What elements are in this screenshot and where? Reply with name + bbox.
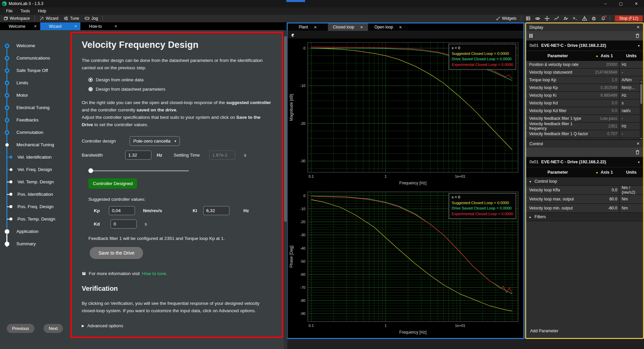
sidebar-step[interactable]: Electrical Tuning [0,101,69,114]
sidebar-step[interactable]: Vel. Temp. Design [0,176,69,188]
minimize-button[interactable]: – [598,0,613,7]
bandwidth-input[interactable] [125,151,151,160]
gear-icon[interactable]: ⚙ [590,15,598,22]
axis-dot-icon: ● [596,171,598,174]
eraser-icon[interactable] [290,33,295,37]
stop-button[interactable]: Stop (F12) [615,15,643,21]
tab-close-icon[interactable]: ✕ [314,25,316,29]
move-icon[interactable] [543,15,551,22]
group-control-loop[interactable]: ▾ Control loop [526,177,643,186]
table-row[interactable]: Velocity loop Kd filter 0.0 rad/s [526,107,643,115]
sidebar-step[interactable]: Application [0,225,69,238]
save-to-drive-button[interactable]: Save to the Drive [90,247,143,259]
wizard-button[interactable]: Wizard [38,15,60,21]
document-tab[interactable]: Wizard ✕ [40,22,80,30]
table-row[interactable]: Velocity feedback filter 1 frequency 235… [526,122,643,130]
scroll-down-icon[interactable]: ▼ [640,138,643,140]
sidebar-step[interactable]: Safe Torque Off [0,64,69,77]
wizard-scrollbar[interactable] [284,30,287,349]
scrollbar-thumb[interactable] [640,84,642,104]
svg-text:-90: -90 [300,312,305,316]
device-selector[interactable]: 0x01 EVE-NET-C - Drive (192.168.2.22) ▾ [526,157,643,167]
sidebar-step[interactable]: Summary [0,238,69,250]
previous-button[interactable]: Previous [7,324,34,333]
terminal-icon[interactable]: >_ [571,15,579,22]
radio-unselected-icon[interactable] [88,87,93,91]
table-scrollbar[interactable]: ▲ ▼ [640,80,643,140]
tab-close-icon[interactable]: ✕ [34,24,37,28]
close-icon[interactable]: ✕ [637,142,640,146]
menu-item[interactable]: Help [34,8,50,14]
warning-icon[interactable] [580,15,588,22]
table-row[interactable]: Velocity loop min. output -60.0 Nm [526,204,643,213]
kp-input[interactable] [109,206,135,215]
slider-thumb[interactable] [88,168,93,173]
jog-button[interactable]: Jog [82,15,100,21]
control-widget: Control ✕ 0x01 EVE-NET-C - Drive (192.16… [526,140,643,338]
sidebar-step[interactable]: Pos. Temp. Design [0,213,69,225]
window-title: MotionLab 3 - 1.5.3 [9,1,43,6]
tab-close-icon[interactable]: ✕ [115,24,117,28]
ki-input[interactable] [203,206,229,215]
table-row[interactable]: Velocity loop max. output 60.0 Nm [526,195,643,204]
pulse-icon[interactable] [562,15,570,22]
radio-design-datasheet[interactable]: Design from datasheet parameters [88,87,272,92]
sidebar-step[interactable]: Limits [0,77,69,89]
workspace-button[interactable]: Workspace [1,15,32,21]
sidebar-step[interactable]: Pos. Freq. Design [0,200,69,213]
group-filters[interactable]: ▸ Filters [526,213,643,221]
close-icon[interactable]: ✕ [637,25,640,29]
plot-tab[interactable]: Plant ✕ [288,23,328,31]
add-parameter-button[interactable]: Add Parameter [530,329,558,333]
bandwidth-slider[interactable] [88,168,189,173]
sidebar-step[interactable]: Communications [0,52,69,64]
table-row[interactable]: Velocity loop Ki 6.665499 Hz [526,92,643,99]
menu-item[interactable]: Tools [17,8,33,14]
sidebar-step[interactable]: Motor [0,89,69,101]
display-widget: Display ✕ 0x01 EVE-NET-C - Drive (192.16… [526,23,643,140]
maximize-button[interactable]: ▢ [613,0,629,7]
sidebar-step[interactable]: Commutation [0,126,69,139]
trash-icon[interactable] [635,33,640,38]
tune-button[interactable]: Tune [62,15,81,21]
kd-input[interactable] [111,220,137,229]
tab-close-icon[interactable]: ✕ [399,25,402,29]
plot-tab[interactable]: Open loop ✕ [368,23,408,31]
widgets-button[interactable]: Widgets [494,15,518,21]
sidebar-step[interactable]: Feedbacks [0,114,69,126]
close-button[interactable]: ✕ [629,0,644,7]
sidebar-step[interactable]: Welcome [0,39,69,52]
pause-icon[interactable] [529,34,532,38]
sidebar-step[interactable]: Vel. Freq. Design [0,163,69,176]
tab-close-icon[interactable]: ✕ [360,25,363,29]
radio-selected-icon[interactable] [88,78,93,82]
table-row[interactable]: Velocity loop Kd 0.0 s [526,99,643,107]
eye-icon[interactable] [533,15,542,22]
controller-design-select[interactable]: Pole-zero cancella ▾ [130,136,180,146]
tab-close-icon[interactable]: ✕ [74,24,77,28]
menu-item[interactable]: File [3,8,16,14]
sidebar-step[interactable]: Pos. Identification [0,188,69,200]
how-to-tune-link[interactable]: How to tune. [142,271,167,276]
chart-icon[interactable] [552,15,560,22]
table-row[interactable]: Velocity loop statusword 2147483648 - [526,69,643,76]
device-selector[interactable]: 0x01 EVE-NET-C - Drive (192.168.2.22) ▾ [526,40,643,51]
bell-icon[interactable] [599,15,607,22]
radio-design-online[interactable]: Design from online data [88,77,272,82]
next-button[interactable]: Next [44,324,63,333]
document-tab[interactable]: Welcome ✕ [0,22,40,30]
table-row[interactable]: Position & velocity loop rate 20000 Hz [526,61,643,69]
table-row[interactable]: Velocity loop Kp 0.302549 Nm/(r... [526,84,643,92]
scrollbar-thumb[interactable] [284,36,287,222]
table-row[interactable]: Velocity feedback filter 1 Q-factor 0.70… [526,130,643,138]
sidebar-step[interactable]: Vel. Identification [0,151,69,163]
scroll-up-icon[interactable]: ▲ [640,80,643,83]
trash-icon[interactable] [635,150,640,155]
sidebar-step[interactable]: Mechanical Tuning [0,139,69,151]
table-row[interactable]: Torque loop Kp 1.0 A/Nm [526,76,643,84]
document-tab[interactable]: How-to ✕ [80,22,121,30]
plot-tab[interactable]: Closed loop ✕ [328,23,368,31]
advanced-options-toggle[interactable]: ▶ Advanced options [82,323,272,328]
table-icon[interactable] [524,15,532,22]
table-row[interactable]: Velocity loop Kffa 0.0 Nm / (rev/s2) [526,186,643,195]
